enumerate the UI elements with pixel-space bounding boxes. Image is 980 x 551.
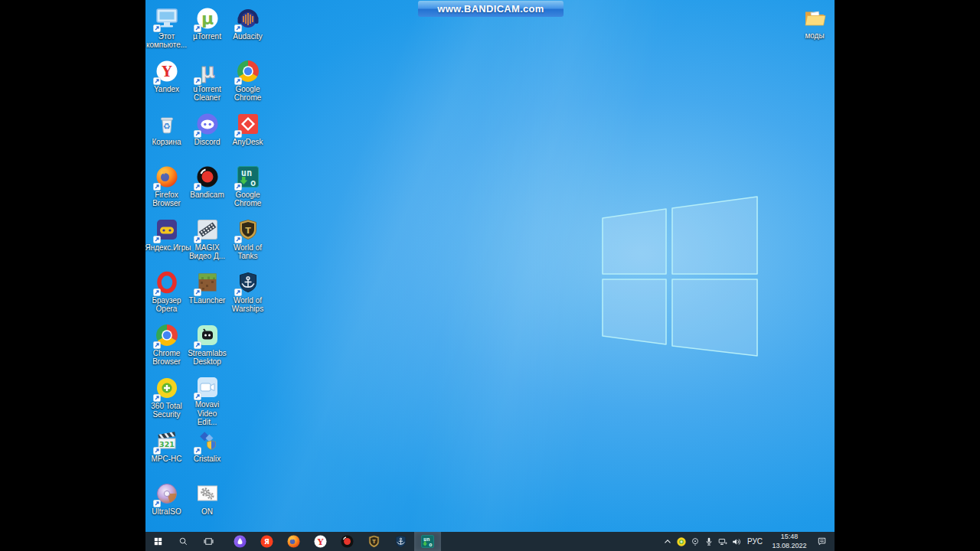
desktop-icon-firefox-browser[interactable]: Firefox Browser <box>146 162 187 215</box>
shortcut-arrow-icon <box>234 289 242 296</box>
desktop-icon-yandex[interactable]: YYandex <box>146 57 187 109</box>
microphone-tray[interactable] <box>702 532 716 551</box>
start-button[interactable] <box>145 532 171 551</box>
shortcut-arrow-icon <box>194 447 201 455</box>
folder-label: моды <box>805 31 824 40</box>
taskbar-app-firefox[interactable] <box>280 532 307 551</box>
desktop-icon-movavi-video-editor[interactable]: Movavi Video Edit... <box>187 373 227 426</box>
desktop-icon-tlauncher[interactable]: TLauncher <box>187 268 227 321</box>
tray-expand-chevron[interactable] <box>661 532 675 551</box>
desktop-icon-world-of-warships[interactable]: World of Warships <box>227 268 268 321</box>
taskbar-app-yandex-browser[interactable]: Я <box>253 532 280 551</box>
yagames-icon <box>154 217 180 243</box>
desktop-icon-label: Discord <box>194 138 220 146</box>
task-view-button[interactable] <box>196 532 221 551</box>
bandicam-watermark: www.BANDICAM.com <box>418 1 564 17</box>
taskbar-clock[interactable]: 15:48 13.08.2022 <box>766 533 812 550</box>
shortcut-arrow-icon <box>234 236 242 243</box>
uno-icon: uno <box>235 164 261 190</box>
shortcut-arrow-icon <box>194 130 201 138</box>
desktop-icon-recycle-bin[interactable]: ♻Корзина <box>146 109 187 162</box>
desktop-icon-grid: Этот компьюте...µµTorrentAudacityYYandex… <box>146 4 268 532</box>
desktop-icon-ultraiso[interactable]: UltraISO <box>146 479 187 532</box>
magix-icon <box>194 217 220 243</box>
clock-time: 15:48 <box>770 533 808 541</box>
desktop-icon-label: Audacity <box>233 32 262 41</box>
svg-text:T: T <box>372 539 376 545</box>
recorder-tray[interactable] <box>688 532 702 551</box>
svg-text:o: o <box>250 178 255 188</box>
desktop-icon-streamlabs-desktop[interactable]: Streamlabs Desktop <box>187 321 227 373</box>
taskbar-app-uno[interactable]: uno <box>414 532 441 551</box>
network-tray[interactable] <box>716 532 730 551</box>
language-indicator[interactable]: РУС <box>743 537 766 546</box>
svg-text:o: o <box>429 541 432 548</box>
svg-text:µ: µ <box>200 60 214 83</box>
taskbar-app-yandex-alice[interactable] <box>227 532 253 551</box>
desktop-icon-google-chrome[interactable]: Google Chrome <box>227 57 268 109</box>
desktop-icon-mpc-hc[interactable]: 321MPC-HC <box>146 426 187 479</box>
shortcut-arrow-icon <box>194 236 201 243</box>
desktop-icon-yandex-games[interactable]: Яндекс.Игры <box>146 215 187 268</box>
svg-text:Y: Y <box>317 537 324 547</box>
desktop-icon-audacity[interactable]: Audacity <box>227 4 268 57</box>
shortcut-arrow-icon <box>194 183 201 191</box>
tray-icons <box>661 532 743 551</box>
shortcut-arrow-icon <box>194 77 201 85</box>
desktop-icon-opera-browser[interactable]: Браузер Opera <box>146 268 187 321</box>
taskbar-empty-area[interactable] <box>441 532 661 551</box>
desktop-icon-label: 360 Total Security <box>146 402 187 419</box>
taskbar-app-world-of-warships[interactable] <box>387 532 414 551</box>
bandicam-icon <box>194 164 220 190</box>
shortcut-arrow-icon <box>153 183 161 191</box>
svg-text:321: 321 <box>159 440 175 448</box>
desktop-surface[interactable]: www.BANDICAM.com Этот компьюте...µµTorre… <box>145 0 835 551</box>
desktop-icon-label: UltraISO <box>152 507 181 516</box>
desktop-icon-label: Streamlabs Desktop <box>187 349 227 366</box>
desktop-icon-label: Яндекс.Игры <box>145 243 188 252</box>
right-black-bar <box>835 0 980 551</box>
desktop-icon-label: uTorrent Cleaner <box>187 85 227 102</box>
shortcut-arrow-icon <box>153 500 161 507</box>
desktop-icon-bandicam[interactable]: Bandicam <box>187 162 227 215</box>
desktop-icon-label: Yandex <box>154 85 179 93</box>
t360-icon <box>154 375 180 401</box>
desktop-icon-label: TLauncher <box>189 296 226 305</box>
desktop-icon-cristalix[interactable]: Cristalix <box>187 426 227 479</box>
taskbar-app-world-of-tanks[interactable]: T <box>361 532 387 551</box>
shortcut-arrow-icon <box>153 447 161 455</box>
shortcut-arrow-icon <box>153 236 161 243</box>
desktop-icon-this-pc[interactable]: Этот компьюте... <box>146 4 187 57</box>
anydesk-icon <box>235 111 261 137</box>
desktop-icon-on[interactable]: ON <box>187 479 227 532</box>
taskbar-app-bandicam[interactable] <box>334 532 361 551</box>
svg-text:un: un <box>240 168 251 178</box>
360-security-tray[interactable] <box>675 532 688 551</box>
desktop-icon-label: Firefox Browser <box>146 191 187 207</box>
shortcut-arrow-icon <box>194 24 201 32</box>
taskbar-app-yandex[interactable]: Y <box>307 532 334 551</box>
desktop-folder-mody[interactable]: моды <box>793 5 835 40</box>
clock-date: 13.08.2022 <box>770 542 808 550</box>
action-center-button[interactable] <box>812 532 831 551</box>
search-button[interactable] <box>171 532 196 551</box>
desktop-icon-label: µTorrent <box>193 32 221 41</box>
shortcut-arrow-icon <box>153 24 161 32</box>
desktop-icon-uno-google-chrome[interactable]: unoGoogle Chrome <box>227 162 268 215</box>
streamlabs-icon <box>194 322 220 348</box>
volume-tray[interactable] <box>730 532 743 551</box>
desktop-icon-utorrent[interactable]: µµTorrent <box>187 4 227 57</box>
desktop-icon-360-total-security[interactable]: 360 Total Security <box>146 373 187 426</box>
shortcut-arrow-icon <box>153 394 161 402</box>
svg-text:T: T <box>245 226 251 236</box>
desktop-icon-world-of-tanks[interactable]: TWorld of Tanks <box>227 215 268 268</box>
chrome-icon <box>235 58 261 84</box>
desktop-icon-utorrent-cleaner[interactable]: µuTorrent Cleaner <box>187 57 227 109</box>
desktop-icon-magix-video[interactable]: MAGIX Видео Д... <box>187 215 227 268</box>
desktop-icon-label: MAGIX Видео Д... <box>187 243 227 260</box>
desktop-icon-anydesk[interactable]: AnyDesk <box>227 109 268 162</box>
desktop-icon-chrome-browser[interactable]: Chrome Browser <box>146 321 187 373</box>
svg-text:µ: µ <box>201 9 213 28</box>
desktop-icon-discord[interactable]: Discord <box>187 109 227 162</box>
desktop-icon-label: AnyDesk <box>232 138 263 146</box>
